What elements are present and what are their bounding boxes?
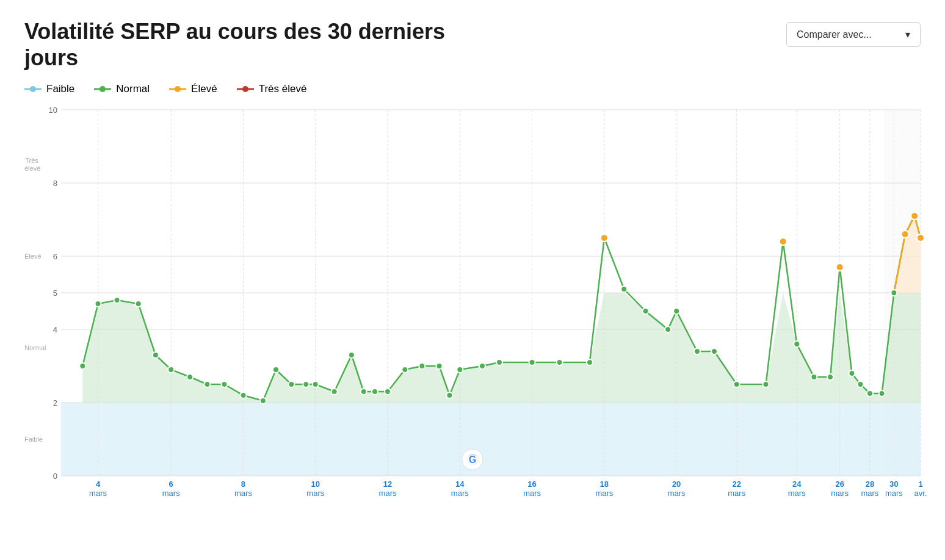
x-tick-14: 14mars [451, 476, 469, 498]
svg-point-59 [419, 363, 425, 369]
x-tick-8: 8mars [234, 476, 252, 498]
svg-point-83 [891, 290, 897, 296]
svg-point-46 [222, 381, 228, 387]
svg-point-47 [240, 392, 246, 398]
svg-point-5 [175, 86, 181, 92]
svg-point-41 [136, 301, 142, 307]
svg-point-61 [446, 392, 452, 398]
x-tick-4: 4mars [89, 476, 107, 498]
chart-legend: Faible Normal Élevé Très élevé [24, 83, 921, 95]
compare-dropdown[interactable]: Comparer avec... ▾ [786, 22, 921, 47]
svg-point-44 [187, 374, 193, 380]
svg-point-58 [402, 367, 408, 373]
page-title: Volatilité SERP au cours des 30 derniers… [24, 18, 501, 71]
svg-point-53 [331, 389, 338, 395]
legend-faible: Faible [24, 83, 74, 95]
svg-point-68 [621, 286, 627, 292]
x-tick-10: 10mars [306, 476, 324, 498]
svg-point-49 [273, 367, 279, 373]
x-tick-26: 26mars [831, 476, 849, 498]
y-tick-0: 0 [53, 472, 57, 481]
svg-point-52 [313, 381, 319, 387]
chart-container: 02456810FaibleNormalÉlevéTrès élevé 4mar… [24, 110, 921, 512]
x-tick-12: 12mars [379, 476, 397, 498]
chevron-down-icon: ▾ [905, 29, 910, 40]
svg-point-76 [794, 341, 800, 347]
svg-point-67 [587, 359, 593, 365]
compare-dropdown-label: Comparer avec... [797, 29, 872, 40]
x-tick-6: 6mars [162, 476, 180, 498]
svg-point-36 [911, 212, 918, 220]
svg-point-65 [529, 359, 535, 365]
svg-text:G: G [469, 454, 476, 465]
svg-point-56 [372, 389, 378, 395]
x-tick-24: 24mars [788, 476, 806, 498]
svg-point-66 [557, 359, 563, 365]
svg-point-45 [204, 381, 210, 387]
x-axis: 4mars6mars8mars10mars12mars14mars16mars1… [61, 476, 921, 512]
svg-point-64 [496, 359, 502, 365]
svg-point-37 [917, 234, 924, 242]
legend-tres-eleve-label: Très élevé [259, 83, 307, 95]
svg-point-73 [711, 348, 717, 354]
y-band-label-Très
élevé: Très élevé [24, 157, 39, 173]
svg-point-51 [303, 381, 309, 387]
svg-point-33 [780, 238, 787, 245]
svg-point-55 [361, 389, 367, 395]
legend-eleve: Élevé [169, 83, 217, 95]
y-tick-4: 4 [53, 325, 57, 334]
svg-point-63 [479, 363, 485, 369]
y-tick-2: 2 [53, 398, 57, 407]
svg-point-82 [879, 390, 885, 397]
svg-point-1 [30, 86, 36, 92]
svg-point-39 [95, 301, 101, 307]
svg-point-38 [79, 363, 85, 369]
svg-point-32 [601, 234, 608, 242]
svg-point-54 [349, 352, 355, 358]
svg-point-43 [168, 367, 174, 373]
x-tick-30: 30mars [885, 476, 903, 498]
y-band-label-Élevé: Élevé [24, 253, 39, 260]
svg-point-81 [867, 390, 873, 397]
y-band-label-Faible: Faible [24, 436, 39, 443]
y-tick-6: 6 [53, 252, 57, 261]
svg-point-62 [457, 367, 463, 373]
svg-point-74 [734, 381, 740, 387]
svg-point-7 [242, 86, 248, 92]
svg-point-35 [902, 231, 909, 238]
legend-tres-eleve: Très élevé [237, 83, 307, 95]
normal-icon [94, 85, 111, 93]
tres-eleve-icon [237, 85, 254, 93]
faible-icon [24, 85, 42, 93]
svg-point-34 [836, 264, 844, 271]
svg-point-3 [100, 86, 106, 92]
x-tick-28: 28mars [861, 476, 878, 498]
svg-point-75 [763, 381, 769, 387]
legend-normal-label: Normal [116, 83, 150, 95]
svg-point-71 [673, 308, 679, 314]
x-tick-22: 22mars [728, 476, 745, 498]
svg-point-69 [642, 308, 648, 314]
chart-svg [61, 110, 921, 476]
svg-point-79 [849, 370, 855, 376]
x-tick-20: 20mars [668, 476, 686, 498]
svg-point-48 [260, 398, 266, 404]
legend-eleve-label: Élevé [191, 83, 217, 95]
svg-point-42 [153, 352, 159, 358]
svg-point-80 [857, 381, 863, 387]
svg-point-72 [694, 348, 700, 354]
x-tick-16: 16mars [523, 476, 541, 498]
legend-normal: Normal [94, 83, 150, 95]
svg-point-60 [436, 363, 443, 369]
svg-point-40 [114, 297, 120, 303]
eleve-icon [169, 85, 186, 93]
y-tick-8: 8 [53, 179, 57, 188]
y-axis: 02456810FaibleNormalÉlevéTrès élevé [24, 110, 61, 476]
svg-point-70 [665, 326, 671, 332]
svg-point-78 [827, 374, 833, 380]
x-tick-1: 1avr. [914, 476, 927, 498]
svg-rect-9 [61, 403, 921, 476]
x-tick-18: 18mars [595, 476, 613, 498]
google-logo: G G [462, 448, 483, 473]
y-band-label-Normal: Normal [24, 344, 39, 352]
